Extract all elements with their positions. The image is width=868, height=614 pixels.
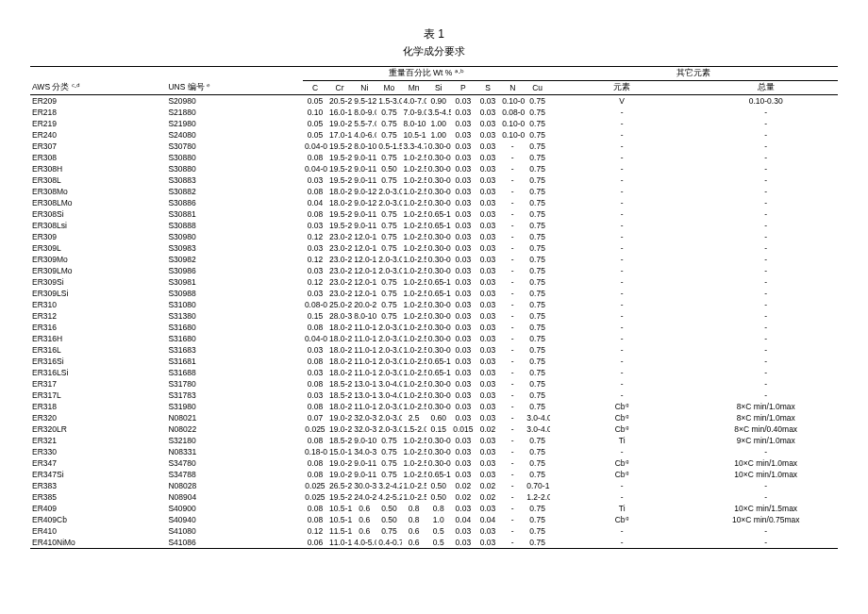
- cell: 1.0-2.5: [402, 390, 426, 401]
- cell: -: [693, 163, 838, 174]
- cell: 0.18-0.25: [303, 446, 327, 457]
- cell: ER383: [30, 480, 166, 491]
- cell: 0.75: [525, 276, 550, 288]
- cell: 0.03: [476, 446, 500, 457]
- cell: -: [550, 231, 693, 242]
- cell: -: [550, 265, 693, 276]
- cell: 12.0-14.0: [352, 231, 376, 242]
- cell: 0.03: [476, 95, 500, 108]
- cell: 10×C min/0.75max: [693, 514, 838, 525]
- cell: 0.02: [451, 480, 476, 491]
- cell: S30981: [166, 276, 302, 288]
- cell: Cbᵍ: [550, 423, 693, 435]
- cell: ER309LMo: [30, 265, 166, 276]
- cell: 0.75: [376, 129, 401, 141]
- cell: -: [693, 356, 838, 367]
- cell: -: [550, 276, 693, 288]
- cell: 0.03: [476, 435, 500, 446]
- cell: 0.75: [525, 457, 550, 469]
- cell: 0.03: [451, 242, 476, 254]
- cell: ER316L: [30, 344, 166, 356]
- cell: 0.5: [426, 525, 451, 537]
- cell: 0.75: [376, 525, 401, 537]
- cell: 0.75: [376, 469, 401, 480]
- cell: 18.0-20.0: [327, 344, 352, 356]
- cell: 0.03: [451, 265, 476, 276]
- other-header: 其它元素: [550, 67, 838, 81]
- cell: 26.5-28.5: [327, 480, 352, 491]
- cell: Cbᵍ: [550, 514, 693, 525]
- cell: ER308: [30, 152, 166, 163]
- cell: 9.0-12.0: [352, 186, 376, 197]
- table-row: ER385N089040.02519.5-21.524.0-26.04.2-5.…: [30, 491, 838, 503]
- cell: 9.0-11.0: [352, 220, 376, 231]
- cell: 10.5-13.5: [402, 129, 426, 141]
- cell: 0.08: [303, 152, 327, 163]
- cell: 1.0-2.5: [402, 163, 426, 174]
- cell: 0.03: [476, 254, 500, 265]
- cell: 0.03: [451, 288, 476, 299]
- cell: ER219: [30, 118, 166, 129]
- cell: 0.30-0.65: [426, 457, 451, 469]
- cell: 0.30-0.65: [426, 322, 451, 333]
- cell: 0.03: [451, 186, 476, 197]
- cell: 0.03: [476, 299, 500, 310]
- cell: 18.0-20.0: [327, 333, 352, 344]
- table-row: ER308LS308830.0319.5-22.09.0-11.00.751.0…: [30, 174, 838, 186]
- cell: 0.30-0.65: [426, 186, 451, 197]
- cell: 0.015: [451, 423, 476, 435]
- cell: 19.5-22.0: [327, 152, 352, 163]
- cell: 0.03: [451, 310, 476, 322]
- cell: 23.0-25.0: [327, 265, 352, 276]
- cell: 12.0-14.0: [352, 242, 376, 254]
- cell: 0.70-1.5: [525, 480, 550, 491]
- table-row: ER409S409000.0810.5-13.50.60.500.80.80.0…: [30, 503, 838, 514]
- cell: N08904: [166, 491, 302, 503]
- cell: -: [500, 208, 525, 220]
- table-row: ER410S410800.1211.5-13.50.60.750.60.50.0…: [30, 525, 838, 537]
- cell: 0.08: [303, 356, 327, 367]
- cell: ER410: [30, 525, 166, 537]
- cell: N08022: [166, 423, 302, 435]
- cell: 0.75: [525, 129, 550, 141]
- cell: 1.0-2.5: [402, 174, 426, 186]
- cell: -: [500, 537, 525, 549]
- cell: 0.03: [476, 333, 500, 344]
- cell: 0.75: [376, 152, 401, 163]
- cell: S24080: [166, 129, 302, 141]
- cell: 19.5-22.0: [327, 220, 352, 231]
- cell: 0.03: [476, 118, 500, 129]
- cell: 0.65-1.00: [426, 220, 451, 231]
- cell: ER312: [30, 310, 166, 322]
- cell: 0.03: [476, 390, 500, 401]
- cell: S20980: [166, 95, 302, 108]
- cell: ER308H: [30, 163, 166, 174]
- cell: 0.08: [303, 322, 327, 333]
- cell: -: [500, 491, 525, 503]
- table-row: ER317LS317830.0318.5-20.513.0-15.03.0-4.…: [30, 390, 838, 401]
- col-header: Cr: [327, 81, 352, 95]
- cell: 2.0-3.0: [376, 197, 401, 208]
- cell: 0.03: [476, 242, 500, 254]
- cell: 0.6: [352, 514, 376, 525]
- cell: 1.0-2.5: [402, 265, 426, 276]
- cell: 0.30-0.65: [426, 446, 451, 457]
- cell: 0.08: [303, 503, 327, 514]
- cell: ER317: [30, 378, 166, 390]
- cell: 13.0-15.0: [352, 390, 376, 401]
- col-header: AWS 分类 ᶜ·ᵈ: [30, 81, 166, 95]
- cell: -: [693, 446, 838, 457]
- cell: 0.75: [525, 118, 550, 129]
- cell: 0.03: [476, 525, 500, 537]
- cell: -: [693, 390, 838, 401]
- cell: 0.08: [303, 469, 327, 480]
- cell: 0.08: [303, 186, 327, 197]
- cell: 0.03: [476, 231, 500, 242]
- cell: 0.03: [476, 265, 500, 276]
- cell: 0.03: [451, 367, 476, 378]
- cell: 0.30-0.65: [426, 231, 451, 242]
- cell: 8×C min/1.0max: [693, 401, 838, 412]
- cell: 0.02: [476, 491, 500, 503]
- cell: 16.0-18.0: [327, 107, 352, 118]
- cell: 1.0-2.5: [402, 254, 426, 265]
